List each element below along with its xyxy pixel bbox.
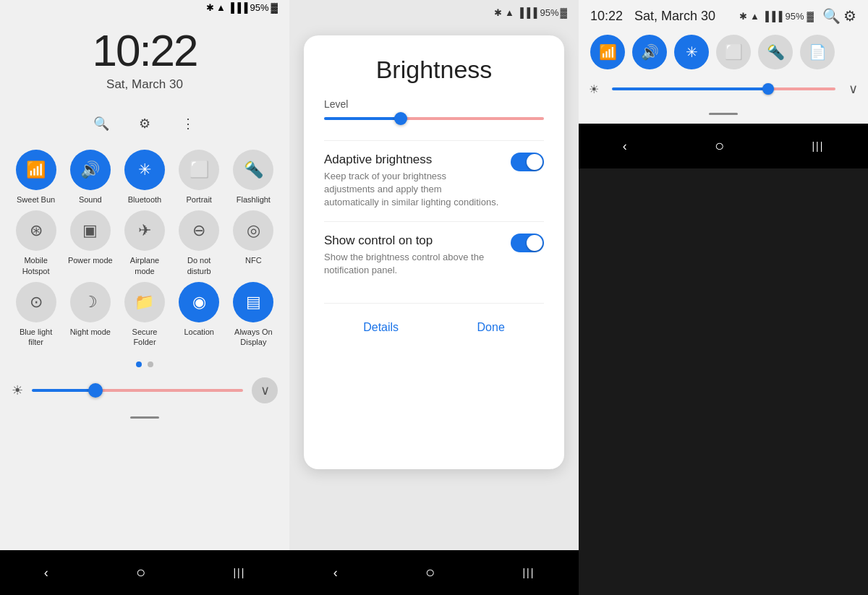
right-back-button[interactable]: ‹: [608, 134, 642, 158]
right-brightness-thumb[interactable]: [762, 83, 774, 95]
tile-location[interactable]: ◉Location: [175, 282, 224, 348]
right-search-button[interactable]: 🔍: [822, 7, 841, 25]
tile-always-on-display[interactable]: ▤Always On Display: [229, 282, 278, 348]
right-clock-date: 10:22 Sat, March 30: [590, 9, 715, 24]
tile-icon-portrait: ⬜: [179, 150, 219, 190]
right-battery-text: 95%: [785, 11, 804, 22]
brightness-dialog: Brightness Level Adaptive brightness Kee…: [304, 35, 564, 469]
left-status-icons: ✱ ▲ ▐▐▐ 95% ▓: [206, 2, 278, 13]
tile-flashlight[interactable]: 🔦Flashlight: [229, 150, 278, 205]
tile-label-secure-folder: Secure Folder: [120, 327, 169, 348]
more-button[interactable]: ⋮: [175, 111, 201, 137]
right-battery-icon: ▓: [807, 11, 814, 22]
clock-time: 10:22: [0, 25, 289, 76]
mid-battery-icon: ▓: [561, 7, 567, 18]
back-button[interactable]: ‹: [30, 561, 63, 585]
right-tile-file[interactable]: 📄: [800, 35, 835, 69]
expand-button[interactable]: ∨: [252, 377, 278, 403]
tile-icon-airplane-mode: ✈: [124, 210, 165, 251]
right-tile-portrait[interactable]: ⬜: [716, 35, 751, 69]
middle-panel: ✱ ▲ ▐▐▐ 95% ▓ Brightness Level Adaptive …: [289, 0, 579, 595]
tile-sweet-bun[interactable]: 📶Sweet Bun: [12, 150, 60, 205]
right-home-button[interactable]: ○: [700, 132, 739, 160]
bt-icon: ✱: [206, 2, 214, 13]
tile-icon-bluetooth: ✳: [124, 150, 165, 190]
tile-secure-folder[interactable]: 📁Secure Folder: [120, 282, 169, 348]
right-status-bar: 10:22 Sat, March 30 ✱ ▲ ▐▐▐ 95% ▓ 🔍 ⚙: [579, 0, 868, 27]
clock-area: 10:22 Sat, March 30: [0, 10, 289, 99]
mid-signal-icon: ▐▐▐: [517, 7, 537, 18]
clock-date: Sat, March 30: [0, 77, 289, 92]
mid-back-button[interactable]: ‹: [319, 561, 352, 585]
tile-icon-sweet-bun: 📶: [16, 150, 56, 190]
right-brightness-row[interactable]: ☀ ∨: [579, 77, 868, 107]
battery-icon: ▓: [271, 2, 278, 13]
tile-sound[interactable]: 🔊Sound: [66, 150, 114, 205]
right-tile-wifi[interactable]: 📶: [590, 35, 625, 69]
tile-label-sweet-bun: Sweet Bun: [17, 194, 55, 205]
right-tile-sound[interactable]: 🔊: [632, 35, 667, 69]
brightness-slider-row[interactable]: [324, 117, 544, 120]
tile-label-power-mode: Power mode: [68, 255, 113, 265]
adaptive-brightness-toggle[interactable]: [511, 153, 544, 171]
right-settings-button[interactable]: ⚙: [843, 7, 856, 25]
tile-icon-secure-folder: 📁: [124, 282, 165, 322]
mini-divider: [130, 416, 159, 419]
brightness-thumb[interactable]: [88, 383, 103, 398]
right-tile-bluetooth[interactable]: ✳: [674, 35, 709, 69]
mid-battery-text: 95%: [540, 7, 558, 18]
right-expand-icon[interactable]: ∨: [848, 81, 858, 97]
right-status-icons: ✱ ▲ ▐▐▐ 95% ▓ 🔍 ⚙: [739, 7, 856, 25]
right-tile-flashlight[interactable]: 🔦: [758, 35, 793, 69]
tile-night-mode[interactable]: ☽Night mode: [66, 282, 114, 348]
tile-airplane-mode[interactable]: ✈Airplane mode: [120, 210, 169, 276]
tile-label-bluetooth: Bluetooth: [128, 194, 161, 205]
tile-icon-night-mode: ☽: [70, 282, 111, 322]
home-button[interactable]: ○: [122, 559, 160, 586]
tile-power-mode[interactable]: ▣Power mode: [66, 210, 114, 276]
dot-1: [136, 361, 142, 367]
level-label: Level: [324, 98, 544, 110]
dialog-brightness-thumb[interactable]: [394, 112, 407, 125]
tile-icon-sound: 🔊: [70, 150, 111, 190]
tile-do-not-disturb[interactable]: ⊖Do not disturb: [175, 210, 224, 276]
left-panel: ✱ ▲ ▐▐▐ 95% ▓ 10:22 Sat, March 30 🔍 ⚙ ⋮ …: [0, 0, 289, 595]
mid-home-button[interactable]: ○: [411, 559, 449, 586]
quick-tiles-grid: 📶Sweet Bun🔊Sound✳Bluetooth⬜Portrait🔦Flas…: [0, 142, 289, 354]
tile-icon-blue-light-filter: ⊙: [16, 282, 56, 322]
right-clock: 10:22: [590, 9, 623, 24]
recents-button[interactable]: |||: [218, 562, 260, 583]
brightness-sun-icon: ☀: [12, 382, 23, 398]
tile-icon-do-not-disturb: ⊖: [179, 210, 219, 251]
tile-icon-power-mode: ▣: [70, 210, 111, 251]
tile-icon-always-on-display: ▤: [233, 282, 273, 322]
right-nav-bar: ‹ ○ |||: [579, 124, 868, 168]
mid-bt-icon: ✱: [494, 7, 502, 18]
right-brightness-slider[interactable]: [612, 87, 835, 90]
right-quick-tiles: 📶🔊✳⬜🔦📄: [579, 27, 868, 77]
tile-icon-location: ◉: [179, 282, 219, 322]
right-signal-icon: ▐▐▐: [762, 11, 783, 22]
battery-text: 95%: [250, 2, 268, 13]
done-button[interactable]: Done: [460, 315, 522, 340]
tile-blue-light-filter[interactable]: ⊙Blue light filter: [12, 282, 60, 348]
dot-2: [148, 361, 153, 367]
show-control-row: Show control on top Show the brightness …: [324, 221, 544, 288]
right-recents-button[interactable]: |||: [797, 136, 838, 156]
middle-nav-bar: ‹ ○ |||: [289, 550, 579, 595]
brightness-row[interactable]: ☀ ∨: [0, 372, 289, 409]
brightness-slider[interactable]: [32, 389, 243, 392]
right-date: Sat, March 30: [634, 9, 715, 24]
mid-recents-button[interactable]: |||: [508, 562, 549, 583]
adaptive-brightness-desc: Keep track of your brightness adjustment…: [324, 170, 499, 210]
tile-mobile-hotspot[interactable]: ⊛Mobile Hotspot: [12, 210, 60, 276]
tile-nfc[interactable]: ◎NFC: [229, 210, 278, 276]
right-mini-divider: [709, 113, 738, 115]
details-button[interactable]: Details: [346, 315, 416, 340]
settings-button[interactable]: ⚙: [132, 111, 158, 137]
tile-bluetooth[interactable]: ✳Bluetooth: [120, 150, 169, 205]
show-control-toggle[interactable]: [511, 234, 544, 252]
search-button[interactable]: 🔍: [88, 111, 114, 137]
tile-icon-flashlight: 🔦: [233, 150, 273, 190]
tile-portrait[interactable]: ⬜Portrait: [175, 150, 224, 205]
